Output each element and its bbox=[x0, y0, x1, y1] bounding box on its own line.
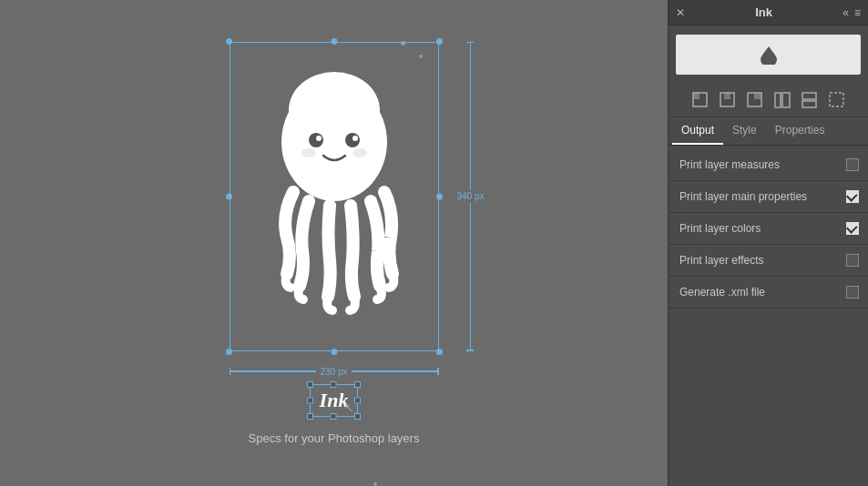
svg-rect-15 bbox=[782, 93, 790, 107]
option-label-4: Generate .xml file bbox=[679, 286, 765, 299]
close-button[interactable]: ✕ bbox=[676, 6, 685, 19]
svg-point-5 bbox=[352, 136, 358, 141]
handle-tr bbox=[354, 381, 361, 388]
dim-width-label: 230 px bbox=[316, 367, 351, 377]
tab-output[interactable]: Output bbox=[672, 117, 723, 145]
panel: ✕ Ink « ≡ Output bbox=[668, 0, 868, 486]
svg-point-6 bbox=[301, 148, 316, 157]
checkbox-4[interactable] bbox=[846, 286, 859, 299]
illustration-container: 340 px 230 px bbox=[230, 42, 439, 445]
svg-rect-13 bbox=[754, 93, 761, 99]
svg-rect-14 bbox=[775, 93, 781, 107]
handle-ml bbox=[307, 397, 313, 403]
checkbox-0[interactable] bbox=[846, 158, 859, 171]
svg-point-2 bbox=[309, 133, 323, 147]
corner-bl bbox=[226, 349, 232, 355]
logo-selection-box: Ink ↖ bbox=[310, 384, 359, 417]
handle-tl bbox=[307, 381, 313, 388]
toolbar-icon-3[interactable] bbox=[771, 89, 793, 111]
toolbar-icon-0[interactable] bbox=[689, 89, 711, 111]
canvas-area: 340 px 230 px bbox=[0, 0, 668, 486]
logo-container: Ink ↖ bbox=[310, 384, 359, 417]
corner-bm bbox=[331, 349, 337, 355]
svg-rect-18 bbox=[830, 93, 843, 106]
option-print-main-properties[interactable]: Print layer main properties bbox=[669, 181, 868, 213]
panel-header: ✕ Ink « ≡ bbox=[669, 0, 868, 25]
corner-tr bbox=[436, 38, 443, 45]
toolbar-icon-5[interactable] bbox=[826, 89, 848, 111]
checkbox-1[interactable] bbox=[846, 190, 859, 203]
option-print-measures[interactable]: Print layer measures bbox=[669, 149, 868, 181]
svg-rect-16 bbox=[802, 93, 816, 99]
options-list: Print layer measures Print layer main pr… bbox=[669, 146, 868, 486]
option-print-effects[interactable]: Print layer effects bbox=[669, 245, 868, 277]
dim-height-label: 340 px bbox=[456, 189, 484, 203]
horizontal-dimension: 230 px bbox=[230, 367, 439, 377]
corner-tm bbox=[331, 38, 337, 45]
vertical-dimension: 340 px bbox=[456, 42, 484, 351]
handle-tm bbox=[331, 381, 337, 388]
panel-title: Ink bbox=[755, 5, 772, 19]
dim-v-line bbox=[470, 43, 472, 189]
checkbox-3[interactable] bbox=[846, 254, 859, 267]
octopus-frame-wrapper: 340 px 230 px bbox=[230, 42, 439, 351]
option-print-colors[interactable]: Print layer colors bbox=[669, 213, 868, 245]
dim-h-line2 bbox=[352, 370, 437, 372]
svg-point-4 bbox=[316, 136, 322, 141]
option-label-2: Print layer colors bbox=[679, 222, 761, 235]
svg-point-1 bbox=[289, 72, 380, 148]
option-label-3: Print layer effects bbox=[679, 254, 763, 267]
svg-rect-11 bbox=[724, 93, 730, 99]
corner-mr bbox=[436, 193, 443, 199]
checkbox-2[interactable] bbox=[846, 222, 859, 235]
toolbar-icon-1[interactable] bbox=[717, 89, 739, 111]
cursor-icon: ↖ bbox=[344, 401, 353, 414]
handle-bm bbox=[331, 413, 337, 420]
svg-point-3 bbox=[345, 133, 360, 147]
option-label-0: Print layer measures bbox=[679, 158, 780, 171]
toolbar-icon-4[interactable] bbox=[799, 89, 821, 111]
corner-tl bbox=[226, 38, 232, 45]
toolbar-icon-2[interactable] bbox=[744, 89, 766, 111]
double-chevron-button[interactable]: « bbox=[842, 6, 849, 19]
caption: Specs for your Photoshop layers bbox=[249, 431, 420, 445]
color-preview[interactable] bbox=[676, 35, 861, 75]
handle-br bbox=[354, 413, 361, 420]
tab-style[interactable]: Style bbox=[723, 117, 766, 145]
panel-tabs: Output Style Properties bbox=[669, 117, 868, 146]
corner-ml bbox=[226, 193, 232, 199]
option-label-1: Print layer main properties bbox=[679, 190, 807, 203]
octopus-frame bbox=[230, 42, 439, 351]
panel-header-icons: « ≡ bbox=[842, 6, 861, 19]
dim-h-line bbox=[230, 370, 316, 372]
octopus-illustration bbox=[243, 60, 425, 333]
svg-rect-9 bbox=[693, 93, 700, 99]
svg-rect-17 bbox=[802, 101, 816, 107]
handle-bl bbox=[307, 413, 313, 420]
corner-br bbox=[436, 349, 443, 355]
icon-toolbar bbox=[669, 84, 868, 117]
option-generate-xml[interactable]: Generate .xml file bbox=[669, 277, 868, 309]
svg-point-7 bbox=[352, 148, 367, 157]
menu-button[interactable]: ≡ bbox=[854, 6, 861, 19]
tab-properties[interactable]: Properties bbox=[766, 117, 834, 145]
dim-v-line2 bbox=[470, 203, 472, 349]
handle-mr bbox=[354, 397, 361, 403]
tick-bottom bbox=[466, 349, 474, 351]
tick-right bbox=[437, 368, 439, 375]
dot-4 bbox=[373, 482, 377, 486]
color-drop-icon bbox=[761, 45, 777, 65]
